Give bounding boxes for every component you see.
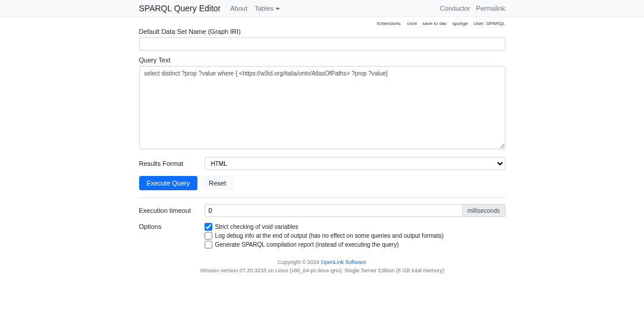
option-compile-label: Generate SPARQL compilation report (inst… xyxy=(215,241,399,248)
exec-timeout-label: Execution timeout xyxy=(139,207,199,214)
subnav-user: User: SPARQL xyxy=(473,21,505,26)
execute-query-button[interactable]: Execute Query xyxy=(139,176,198,190)
option-compile-checkbox[interactable] xyxy=(205,241,212,248)
nav-tables-dropdown[interactable]: Tables xyxy=(255,5,280,12)
subnav-sponge[interactable]: sponge xyxy=(453,21,468,26)
query-text-label: Query Text xyxy=(139,56,505,64)
footer-version: Virtuoso version 07.20.3233 on Linux (x8… xyxy=(139,266,505,275)
graph-iri-label: Default Data Set Name (Graph IRI) xyxy=(139,28,505,35)
option-strict-checkbox[interactable] xyxy=(205,223,212,231)
exec-timeout-input[interactable] xyxy=(205,204,463,217)
brand-title: SPARQL Query Editor xyxy=(139,4,221,13)
nav-permalink[interactable]: Permalink xyxy=(476,5,505,12)
query-textarea[interactable]: select distinct ?prop ?value where { <ht… xyxy=(139,66,505,149)
timeout-unit-addon: milliseconds xyxy=(463,204,505,217)
reset-button[interactable]: Reset xyxy=(201,176,234,190)
option-strict-label: Strict checking of void variables xyxy=(215,224,299,230)
subnav-save-to-dav[interactable]: save to dav xyxy=(422,21,447,26)
nav-tables-label: Tables xyxy=(255,5,274,12)
subnav-cxml[interactable]: cxml xyxy=(407,21,417,26)
footer-copyright: Copyright © 2024 xyxy=(278,259,321,265)
footer: Copyright © 2024 OpenLink Software Virtu… xyxy=(139,258,505,275)
graph-iri-input[interactable] xyxy=(139,37,505,51)
options-label: Options xyxy=(139,223,199,230)
results-format-select[interactable]: HTML xyxy=(205,157,505,170)
nav-about[interactable]: About xyxy=(230,5,247,12)
footer-openlink-link[interactable]: OpenLink Software xyxy=(321,259,367,265)
sub-nav: Extensions: cxml save to dav sponge User… xyxy=(132,17,513,28)
subnav-extensions: Extensions: xyxy=(377,21,401,26)
option-logdebug-checkbox[interactable] xyxy=(205,232,212,240)
caret-down-icon xyxy=(275,8,280,10)
results-format-label: Results Format xyxy=(139,160,199,167)
navbar: SPARQL Query Editor About Tables Conduct… xyxy=(0,0,644,17)
nav-conductor[interactable]: Conductor xyxy=(440,5,470,12)
divider xyxy=(139,197,505,198)
option-logdebug-label: Log debug info at the end of output (has… xyxy=(215,232,444,239)
